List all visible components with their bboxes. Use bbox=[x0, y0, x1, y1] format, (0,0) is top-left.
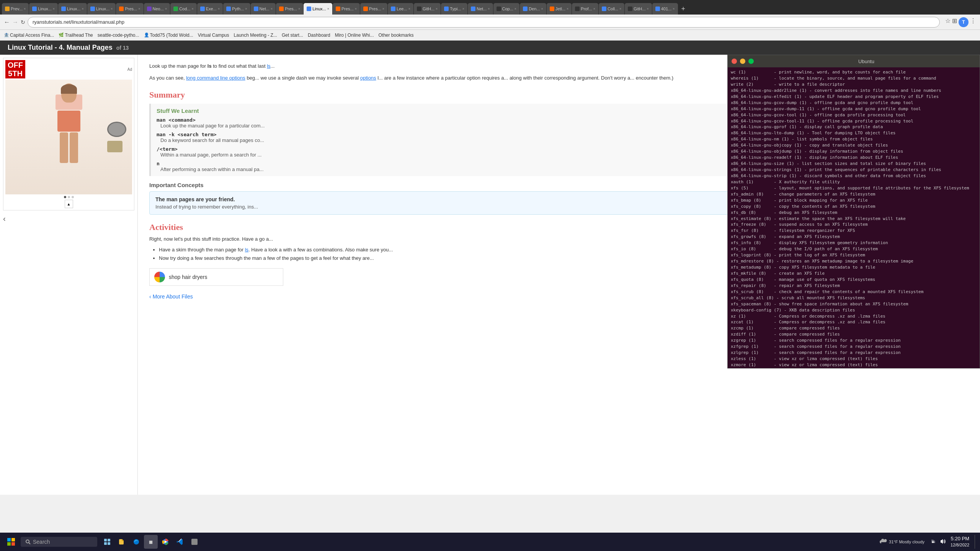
tab-lee[interactable]: Lee... × bbox=[388, 3, 413, 15]
page-title: Linux Tutorial - 4. Manual Pages bbox=[8, 44, 113, 52]
taskbar-vscode-icon[interactable] bbox=[173, 535, 187, 549]
advertisement-block: OFF 5TH Ad bbox=[3, 58, 134, 210]
long-command-link[interactable]: long command line options bbox=[186, 75, 245, 81]
terminal-maximize-button[interactable] bbox=[748, 59, 754, 64]
tab-pres-1[interactable]: Pres... × bbox=[116, 3, 143, 15]
tab-401[interactable]: 401... × bbox=[652, 3, 678, 15]
bookmark-todd[interactable]: 👤 Todd75 (Todd Wold... bbox=[144, 33, 193, 38]
show-desktop-button[interactable] bbox=[975, 535, 976, 549]
new-tab-button[interactable]: + bbox=[678, 3, 689, 15]
bookmark-dashboard[interactable]: Dashboard bbox=[308, 33, 330, 38]
tab-linux-2[interactable]: Linux... × bbox=[58, 3, 87, 15]
bookmark-trailhead[interactable]: 🌿 Trailhead The bbox=[59, 33, 93, 38]
terminal-minimize-button[interactable] bbox=[740, 59, 745, 64]
reload-button[interactable]: ↻ bbox=[21, 19, 25, 25]
tab-github-1[interactable]: GitH... × bbox=[414, 3, 441, 15]
terminal-content: wc (1) - print newline, word, and byte c… bbox=[731, 69, 977, 368]
svg-point-4 bbox=[26, 540, 29, 543]
tab-github-2[interactable]: GitH... × bbox=[625, 3, 652, 15]
collapse-ad-button[interactable]: ▲ bbox=[5, 200, 132, 208]
svg-line-5 bbox=[29, 543, 30, 544]
tab-cod[interactable]: Cod... × bbox=[170, 3, 197, 15]
system-tray: 31°F Mostly cloudy 5:20 PM 12/8/2022 bbox=[880, 535, 976, 549]
tab-linux-active[interactable]: Linux... × bbox=[304, 3, 332, 15]
bookmark-zoom[interactable]: Launch Meeting - Z... bbox=[234, 33, 277, 38]
back-button[interactable]: ← bbox=[4, 19, 10, 26]
ad-image-area[interactable] bbox=[5, 80, 132, 194]
google-ad-hair[interactable]: shop hair dryers bbox=[149, 268, 283, 286]
time-text: 5:20 PM bbox=[951, 535, 969, 542]
prev-page-button[interactable]: ‹ bbox=[3, 214, 134, 223]
address-url: ryanstutorials.net/linuxtutorial/manual.… bbox=[33, 19, 124, 25]
bookmark-other[interactable]: Other bookmarks bbox=[378, 33, 413, 38]
left-sidebar: OFF 5TH Ad bbox=[0, 55, 138, 495]
bookmark-getstart[interactable]: Get start... bbox=[282, 33, 303, 38]
ls-link-2[interactable]: ls bbox=[245, 247, 248, 253]
svg-rect-2 bbox=[7, 542, 11, 546]
page-header-bar: Linux Tutorial - 4. Manual Pages of 13 bbox=[0, 41, 980, 55]
tab-typi[interactable]: Typi... × bbox=[441, 3, 467, 15]
svg-rect-1 bbox=[11, 538, 15, 541]
tab-prev[interactable]: Prev... × bbox=[2, 3, 29, 15]
bookmark-capital[interactable]: 🏦 Capital Access Fina... bbox=[4, 33, 54, 38]
start-button[interactable] bbox=[4, 535, 18, 549]
tab-net-1[interactable]: Net... × bbox=[251, 3, 276, 15]
ad-off-badge: OFF 5TH bbox=[5, 60, 25, 78]
page-counter: of 13 bbox=[116, 45, 129, 51]
date-text: 12/8/2022 bbox=[951, 542, 969, 548]
address-bar-row: ← → ↻ ryanstutorials.net/linuxtutorial/m… bbox=[0, 15, 980, 30]
options-link[interactable]: options bbox=[360, 75, 376, 81]
tab-linux-1[interactable]: Linux... × bbox=[29, 3, 58, 15]
forward-button[interactable]: → bbox=[12, 19, 18, 26]
taskbar-file-icon[interactable] bbox=[115, 535, 129, 549]
tab-cop[interactable]: Cop... × bbox=[493, 3, 520, 15]
bookmarks-bar: 🏦 Capital Access Fina... 🌿 Trailhead The… bbox=[0, 30, 980, 41]
taskbar-icons: ■ bbox=[100, 535, 201, 549]
terminal-window: Ubuntu wc (1) - print newline, word, and… bbox=[727, 55, 980, 368]
taskbar-search[interactable]: Search bbox=[21, 537, 97, 547]
terminal-titlebar: Ubuntu bbox=[728, 55, 980, 67]
more-link-text: More About Files bbox=[153, 293, 193, 300]
tab-jetl[interactable]: Jetl... × bbox=[547, 3, 572, 15]
weather-text: 31°F Mostly cloudy bbox=[889, 539, 924, 544]
sound-icon[interactable] bbox=[940, 538, 946, 546]
tab-coll[interactable]: Coll... × bbox=[599, 3, 624, 15]
address-bar[interactable]: ryanstutorials.net/linuxtutorial/manual.… bbox=[28, 17, 940, 28]
bookmark-campus[interactable]: Virtual Campus bbox=[198, 33, 229, 38]
settings-button[interactable]: ⋮ bbox=[970, 17, 976, 27]
cloud-icon bbox=[880, 539, 887, 545]
browser-tabs: Prev... × Linux... × Linux... × Linux...… bbox=[0, 0, 980, 15]
ls-link[interactable]: ls bbox=[267, 63, 270, 69]
tab-pres-4[interactable]: Pres... × bbox=[360, 3, 387, 15]
tab-pyth[interactable]: Pyth... × bbox=[223, 3, 250, 15]
tab-exe[interactable]: Exe... × bbox=[197, 3, 223, 15]
bookmark-star[interactable]: ☆ bbox=[945, 17, 951, 27]
bookmark-miro[interactable]: Miro | Online Whi... bbox=[335, 33, 374, 38]
tab-linux-3[interactable]: Linux... × bbox=[87, 3, 116, 15]
tab-net-2[interactable]: Net... × bbox=[468, 3, 493, 15]
google-icon bbox=[154, 272, 165, 282]
tab-den[interactable]: Den... × bbox=[520, 3, 546, 15]
tab-pres-3[interactable]: Pres... × bbox=[333, 3, 360, 15]
taskbar-edge-icon[interactable] bbox=[129, 535, 143, 549]
network-icon[interactable] bbox=[929, 538, 935, 546]
taskbar-extra-icon[interactable] bbox=[188, 535, 201, 549]
tab-prof[interactable]: Prof... × bbox=[572, 3, 598, 15]
terminal-title: Ubuntu bbox=[757, 59, 976, 64]
tab-neo[interactable]: Neo... × bbox=[144, 3, 170, 15]
tab-pres-2[interactable]: Pres... × bbox=[276, 3, 303, 15]
terminal-body[interactable]: wc (1) - print newline, word, and byte c… bbox=[728, 67, 980, 368]
profile-avatar[interactable]: T bbox=[959, 17, 969, 27]
terminal-close-button[interactable] bbox=[732, 59, 737, 64]
ad-label: Ad bbox=[127, 67, 132, 72]
svg-rect-3 bbox=[11, 542, 15, 546]
clock-display[interactable]: 5:20 PM 12/8/2022 bbox=[951, 535, 969, 548]
weather-widget[interactable]: 31°F Mostly cloudy bbox=[880, 539, 924, 545]
taskbar-view-icon[interactable] bbox=[100, 535, 114, 549]
search-placeholder: Search bbox=[33, 539, 50, 545]
extension-icon[interactable]: ⊞ bbox=[952, 17, 957, 27]
taskbar-chrome-icon[interactable] bbox=[158, 535, 172, 549]
taskbar-terminal-icon[interactable]: ■ bbox=[144, 535, 158, 549]
svg-rect-0 bbox=[7, 538, 11, 541]
bookmark-seattle[interactable]: seattle-code-pytho... bbox=[98, 33, 139, 38]
